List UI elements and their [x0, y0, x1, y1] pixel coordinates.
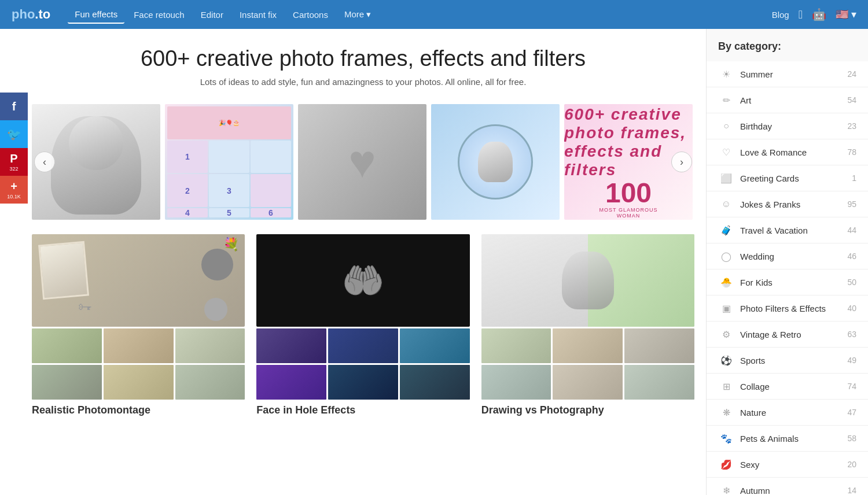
jokes-icon: ☺	[718, 196, 734, 212]
grid-item-drawing[interactable]: Drawing vs Photography	[481, 234, 694, 416]
category-pets[interactable]: 🐾 Pets & Animals 58	[707, 426, 868, 452]
android-icon[interactable]: 🤖	[812, 8, 826, 21]
category-love-label: Love & Romance	[740, 147, 847, 157]
category-jokes-label: Jokes & Pranks	[740, 200, 847, 209]
category-sexy[interactable]: 💋 Sexy 20	[707, 452, 868, 478]
category-filters-count: 40	[847, 304, 856, 313]
photomontage-thumbs	[32, 328, 245, 400]
flag-icon[interactable]: 🇺🇸 ▾	[836, 8, 856, 21]
category-love[interactable]: ♡ Love & Romance 78	[707, 139, 868, 165]
nav-more[interactable]: More ▾	[337, 6, 378, 23]
nav-instant-fix[interactable]: Instant fix	[233, 6, 284, 23]
facebook-button[interactable]: f	[0, 93, 28, 120]
twitter-icon: 🐦	[7, 127, 21, 141]
category-sexy-count: 20	[847, 460, 856, 469]
travel-icon: 🧳	[718, 222, 734, 238]
faceinhole-thumbs	[256, 328, 469, 400]
nav-cartoons[interactable]: Cartoons	[286, 6, 335, 23]
faceinhole-title: Face in Hole Effects	[256, 404, 469, 416]
sports-icon: ⚽	[718, 352, 734, 368]
blog-link[interactable]: Blog	[772, 10, 789, 20]
content-area: 600+ creative photo frames, effects and …	[0, 29, 706, 495]
category-nature[interactable]: ❋ Nature 47	[707, 400, 868, 426]
grid-item-photomontage[interactable]: 💐 🗝 Realistic Photomontage	[32, 234, 245, 416]
nav-right: Blog  🤖 🇺🇸 ▾	[772, 8, 856, 21]
thumb-d-5	[553, 365, 623, 400]
thumb-d-2	[553, 328, 623, 363]
hero-subtext: Lots of ideas to add style, fun and amaz…	[32, 77, 694, 87]
category-vintage-count: 63	[847, 330, 856, 339]
apple-icon[interactable]: 	[799, 8, 803, 21]
category-vintage[interactable]: ⚙ Vintage & Retro 63	[707, 322, 868, 348]
category-sports-count: 49	[847, 356, 856, 365]
category-pets-count: 58	[847, 434, 856, 443]
category-summer[interactable]: ☀ Summer 24	[707, 61, 868, 87]
category-art[interactable]: ✏ Art 54	[707, 87, 868, 113]
category-greeting-label: Greeting Cards	[740, 173, 852, 183]
category-travel-count: 44	[847, 226, 856, 235]
thumb-fi-5	[328, 365, 398, 400]
carousel-item-birthday[interactable]: 🎉🎈🎂 1 2 3 4 5 6	[165, 104, 293, 220]
carousel-prev-button[interactable]: ‹	[34, 152, 55, 172]
category-sports-label: Sports	[740, 356, 847, 365]
category-greeting[interactable]: ⬜ Greeting Cards 1	[707, 165, 868, 191]
category-kids[interactable]: 🐣 For Kids 50	[707, 269, 868, 295]
drawing-main-image	[481, 234, 694, 327]
category-love-count: 78	[847, 147, 856, 157]
sexy-icon: 💋	[718, 456, 734, 472]
category-summer-label: Summer	[740, 69, 847, 79]
nav-editor[interactable]: Editor	[194, 6, 230, 23]
category-travel[interactable]: 🧳 Travel & Vacation 44	[707, 217, 868, 243]
category-birthday[interactable]: ○ Birthday 23	[707, 113, 868, 139]
category-vintage-label: Vintage & Retro	[740, 330, 847, 339]
googleplus-button[interactable]: + 10.1K	[0, 176, 28, 204]
thumb-4	[32, 365, 102, 400]
category-jokes[interactable]: ☺ Jokes & Pranks 95	[707, 191, 868, 217]
logo[interactable]: pho.to	[12, 7, 50, 22]
grid-item-faceinhole[interactable]: 🤲 Face in Hole Effects	[256, 234, 469, 416]
carousel-item-hearts[interactable]: ♥	[298, 104, 426, 220]
twitter-button[interactable]: 🐦	[0, 120, 28, 148]
nav-face-retouch[interactable]: Face retouch	[127, 6, 192, 23]
collage-icon: ⊞	[718, 378, 734, 394]
thumb-1	[32, 328, 102, 363]
category-pets-label: Pets & Animals	[740, 434, 847, 444]
effects-grid: 💐 🗝 Realistic Photomontage 🤲	[32, 234, 694, 416]
category-jokes-count: 95	[847, 200, 856, 209]
glamour-sub: MOST GLAMOROUSWOMAN	[599, 207, 658, 219]
category-sports[interactable]: ⚽ Sports 49	[707, 348, 868, 374]
category-kids-label: For Kids	[740, 278, 847, 287]
pinterest-button[interactable]: P 322	[0, 148, 28, 176]
category-greeting-count: 1	[852, 173, 856, 183]
nav-fun-effects[interactable]: Fun effects	[68, 6, 124, 24]
vintage-icon: ⚙	[718, 326, 734, 342]
carousel-next-button[interactable]: ›	[671, 152, 692, 172]
photomontage-main-image: 💐 🗝	[32, 234, 245, 327]
thumb-fi-4	[256, 365, 326, 400]
category-kids-count: 50	[847, 278, 856, 287]
category-wedding[interactable]: ◯ Wedding 46	[707, 243, 868, 269]
category-art-count: 54	[847, 95, 856, 105]
carousel: ‹ 🎉🎈🎂 1 2 3 4 5	[32, 104, 694, 220]
hero-heading: 600+ creative photo frames, effects and …	[32, 46, 694, 71]
category-summer-count: 24	[847, 69, 856, 79]
category-art-label: Art	[740, 95, 847, 105]
carousel-track: 🎉🎈🎂 1 2 3 4 5 6 ♥	[32, 104, 694, 220]
kids-icon: 🐣	[718, 274, 734, 290]
faceinhole-main-image: 🤲	[256, 234, 469, 327]
category-wedding-label: Wedding	[740, 252, 847, 261]
thumb-fi-3	[400, 328, 470, 363]
photomontage-title: Realistic Photomontage	[32, 404, 245, 416]
greeting-icon: ⬜	[718, 170, 734, 186]
navbar: pho.to Fun effects Face retouch Editor I…	[0, 0, 868, 29]
thumb-d-4	[481, 365, 551, 400]
pets-icon: 🐾	[718, 430, 734, 446]
carousel-item-globe[interactable]	[431, 104, 560, 220]
category-filters[interactable]: ▣ Photo Filters & Effects 40	[707, 295, 868, 322]
birthday-icon: ○	[718, 118, 734, 134]
plus-count: 10.1K	[7, 194, 21, 200]
category-birthday-count: 23	[847, 121, 856, 131]
thumb-d-6	[624, 365, 694, 400]
category-autumn[interactable]: ❄ Autumn 14	[707, 478, 868, 495]
category-collage[interactable]: ⊞ Collage 74	[707, 374, 868, 400]
